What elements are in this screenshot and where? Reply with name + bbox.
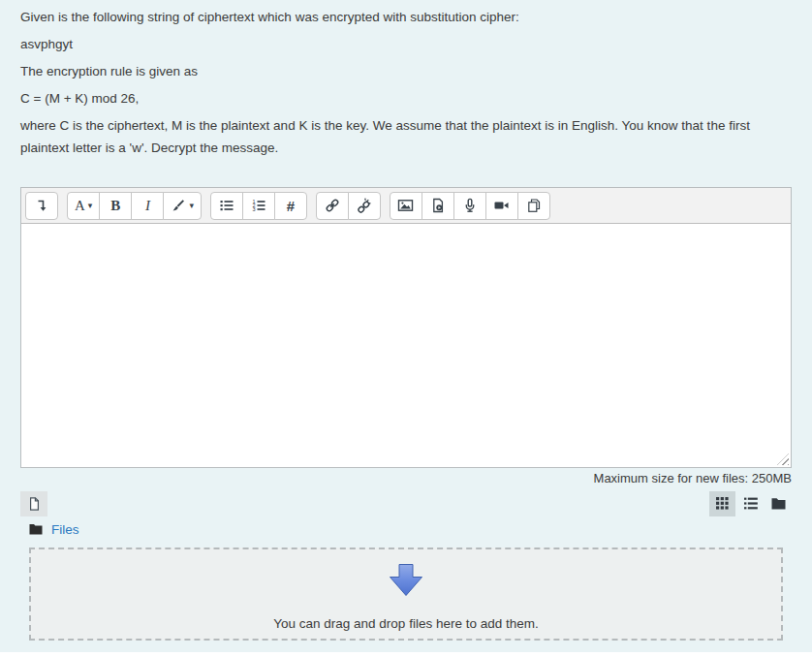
folder-icon	[29, 523, 43, 535]
editor-content[interactable]	[21, 224, 791, 467]
paintbrush-icon	[171, 198, 186, 213]
bold-icon: B	[110, 198, 120, 214]
unordered-list-button[interactable]	[210, 192, 243, 220]
media-file-icon	[430, 198, 446, 213]
unlink-icon	[357, 198, 372, 213]
unlink-button[interactable]	[348, 192, 381, 220]
italic-button[interactable]: I	[131, 192, 164, 220]
icons-view-button[interactable]	[709, 491, 735, 516]
unordered-list-icon	[219, 198, 234, 213]
view-toggles	[709, 491, 792, 516]
grid-view-icon	[716, 497, 729, 510]
link-button[interactable]	[316, 192, 349, 220]
ordered-list-button[interactable]: 123	[242, 192, 275, 220]
font-title-icon: A	[75, 198, 85, 214]
collapse-toolbar-button[interactable]	[25, 192, 58, 220]
record-video-button[interactable]	[485, 192, 518, 220]
ordered-list-icon: 123	[251, 198, 266, 213]
max-file-size-label: Maximum size for new files: 250MB	[594, 471, 792, 485]
insert-image-button[interactable]	[390, 192, 422, 220]
video-camera-icon	[493, 198, 510, 213]
question-line: where C is the ciphertext, M is the plai…	[20, 114, 793, 159]
toolbar-group-links	[316, 192, 381, 220]
folder-view-icon	[771, 497, 786, 510]
files-link[interactable]: Files	[51, 522, 79, 537]
manage-files-button[interactable]	[517, 192, 550, 220]
list-view-icon	[744, 497, 758, 510]
filemanager-toolbar	[20, 490, 792, 516]
encryption-rule: C = (M + K) mod 26,	[20, 87, 793, 110]
ciphertext-string: asvphgyt	[20, 33, 793, 55]
question-text: Given is the following string of ciphert…	[20, 6, 793, 164]
file-dropzone[interactable]: You can drag and drop files here to add …	[29, 548, 783, 641]
image-icon	[397, 198, 414, 213]
editor-toolbar: A ▾ B I ▾	[21, 188, 791, 224]
text-color-button[interactable]: ▾	[163, 192, 202, 220]
toolbar-group-collapse	[25, 192, 58, 220]
svg-text:3: 3	[252, 206, 255, 212]
add-file-icon	[26, 496, 42, 512]
hash-icon: #	[287, 198, 295, 214]
bold-button[interactable]: B	[99, 192, 132, 220]
caret-down-icon: ▾	[189, 202, 194, 210]
toolbar-group-lists: 123 #	[210, 192, 307, 220]
files-row: Files	[29, 520, 79, 538]
documents-icon	[526, 198, 542, 213]
drop-arrow-icon	[385, 563, 427, 598]
italic-icon: I	[145, 198, 150, 214]
dropzone-hint-text: You can drag and drop files here to add …	[31, 616, 781, 631]
question-panel: Given is the following string of ciphert…	[0, 0, 812, 652]
add-file-button[interactable]	[20, 491, 47, 516]
record-audio-button[interactable]	[453, 192, 486, 220]
font-title-button[interactable]: A ▾	[67, 192, 100, 220]
toolbar-group-media	[390, 192, 550, 220]
link-icon	[325, 198, 340, 213]
question-line: Given is the following string of ciphert…	[20, 6, 793, 28]
hash-button[interactable]: #	[274, 192, 307, 220]
list-view-button[interactable]	[737, 491, 764, 516]
rich-text-editor: A ▾ B I ▾	[20, 187, 792, 468]
collapse-toolbar-icon	[34, 198, 49, 213]
toolbar-group-format: A ▾ B I ▾	[67, 192, 202, 220]
tree-view-button[interactable]	[765, 491, 792, 516]
insert-media-button[interactable]	[422, 192, 454, 220]
caret-down-icon: ▾	[88, 202, 93, 210]
question-line: The encryption rule is given as	[20, 60, 793, 82]
microphone-icon	[462, 198, 478, 213]
